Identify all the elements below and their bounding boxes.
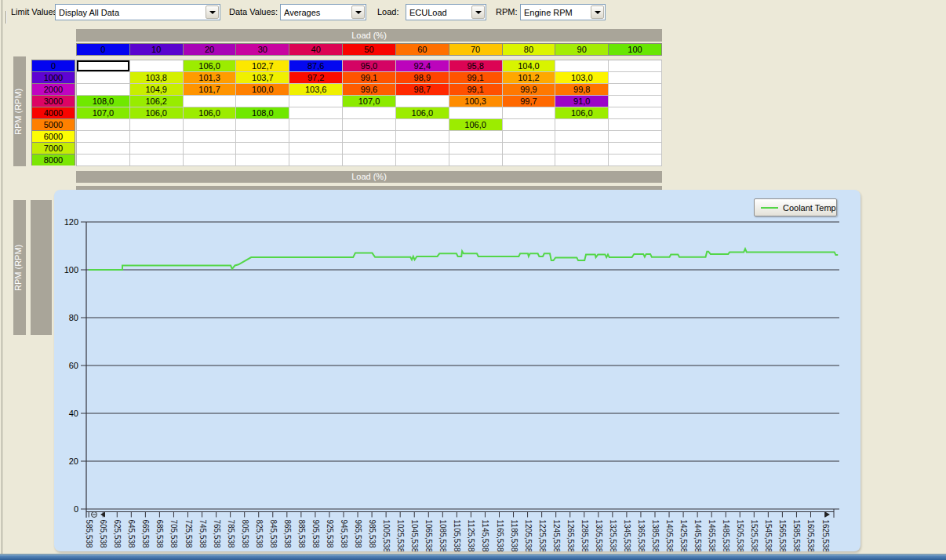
map-cell[interactable]: [503, 119, 556, 131]
map-cell[interactable]: [396, 155, 449, 166]
map-cell[interactable]: [503, 107, 556, 119]
map-cell[interactable]: [130, 131, 184, 143]
column-header-cell[interactable]: 100: [609, 44, 661, 55]
map-cell[interactable]: [130, 155, 184, 166]
map-cell[interactable]: [289, 155, 343, 166]
map-cell[interactable]: [343, 119, 396, 131]
data-values-combo[interactable]: Averages: [280, 4, 366, 20]
row-header-cell[interactable]: 5000: [32, 119, 75, 131]
map-cell[interactable]: [184, 119, 237, 131]
row-header-cell[interactable]: 4000: [32, 107, 75, 119]
column-header-cell[interactable]: 70: [449, 44, 503, 55]
column-header-cell[interactable]: 10: [130, 44, 184, 55]
rpm-combo[interactable]: Engine RPM: [520, 4, 606, 20]
map-cell[interactable]: 91,0: [555, 96, 609, 107]
map-cell[interactable]: [555, 119, 609, 131]
row-header-cell[interactable]: 8000: [32, 155, 75, 165]
map-cell[interactable]: [503, 143, 556, 155]
row-header-cell[interactable]: 0: [32, 60, 75, 72]
map-cell[interactable]: [555, 60, 609, 72]
scroll-right-icon[interactable]: [825, 512, 830, 518]
map-cell[interactable]: [609, 96, 662, 107]
row-header-cell[interactable]: 3000: [32, 96, 75, 107]
map-cell[interactable]: [609, 72, 662, 84]
map-cell[interactable]: [609, 84, 662, 96]
map-cell[interactable]: 103,8: [130, 72, 184, 84]
map-cell[interactable]: 106,0: [396, 107, 449, 119]
limit-values-combo[interactable]: Display All Data: [55, 4, 220, 20]
map-cell[interactable]: [77, 143, 130, 155]
map-cell[interactable]: 99,1: [449, 84, 503, 96]
map-cell[interactable]: 108,0: [77, 96, 130, 107]
map-cell[interactable]: 103,7: [236, 72, 289, 84]
load-combo[interactable]: ECULoad: [406, 4, 486, 20]
row-header-cell[interactable]: 6000: [32, 131, 75, 143]
rpm-combo-button[interactable]: [591, 5, 604, 19]
map-cell[interactable]: 99,8: [555, 84, 609, 96]
map-cell[interactable]: 103,0: [555, 72, 609, 84]
column-header-cell[interactable]: 80: [503, 44, 556, 55]
map-cell[interactable]: 101,3: [184, 72, 237, 84]
column-header-cell[interactable]: 20: [184, 44, 237, 55]
map-cell[interactable]: 99,1: [449, 72, 503, 84]
map-cell[interactable]: [130, 119, 184, 131]
map-cell[interactable]: [77, 72, 130, 84]
map-cell[interactable]: [503, 131, 556, 143]
map-cell[interactable]: [609, 131, 662, 143]
map-cell[interactable]: 99,1: [343, 72, 396, 84]
map-cell[interactable]: [289, 143, 343, 155]
map-cell[interactable]: [396, 131, 449, 143]
column-header-cell[interactable]: 60: [396, 44, 449, 55]
row-header-cell[interactable]: 2000: [32, 84, 75, 96]
map-cell[interactable]: [77, 155, 130, 166]
column-header-cell[interactable]: 40: [289, 44, 343, 55]
row-header-cell[interactable]: 1000: [32, 72, 75, 84]
map-cell[interactable]: [396, 143, 449, 155]
map-cell[interactable]: [130, 60, 184, 72]
map-cell[interactable]: 106,0: [184, 60, 237, 72]
map-cell[interactable]: [289, 107, 343, 119]
map-cell[interactable]: [449, 155, 503, 166]
map-cell[interactable]: [609, 107, 662, 119]
map-cell[interactable]: [184, 155, 237, 166]
map-cell[interactable]: [289, 119, 343, 131]
map-cell[interactable]: [236, 143, 289, 155]
map-cell[interactable]: 100,3: [449, 96, 503, 107]
map-cell[interactable]: 99,9: [503, 84, 556, 96]
map-cell[interactable]: [236, 155, 289, 166]
map-cell[interactable]: 104,9: [130, 84, 184, 96]
map-cell[interactable]: [343, 131, 396, 143]
map-cell[interactable]: 97,2: [289, 72, 343, 84]
column-header-cell[interactable]: 90: [555, 44, 609, 55]
map-cell[interactable]: 99,6: [343, 84, 396, 96]
map-cell[interactable]: 108,0: [236, 107, 289, 119]
map-cell[interactable]: 107,0: [343, 96, 396, 107]
map-cell[interactable]: 102,7: [236, 60, 289, 72]
map-cell[interactable]: [609, 143, 662, 155]
chart-canvas[interactable]: 120100806040200 585,538605,538625,538645…: [54, 190, 860, 551]
map-cell[interactable]: [609, 155, 662, 166]
map-cell[interactable]: 106,0: [449, 119, 503, 131]
data-values-combo-button[interactable]: [351, 5, 365, 19]
map-cell[interactable]: 107,0: [77, 107, 130, 119]
limit-values-combo-button[interactable]: [206, 5, 219, 19]
column-header-cell[interactable]: 0: [77, 44, 130, 55]
map-cell[interactable]: 101,2: [503, 72, 556, 84]
map-cell[interactable]: [236, 131, 289, 143]
map-cell[interactable]: [77, 84, 130, 96]
map-cell[interactable]: [555, 143, 609, 155]
map-cell[interactable]: [609, 60, 662, 72]
map-cell[interactable]: [503, 155, 556, 166]
map-cell[interactable]: 101,7: [184, 84, 237, 96]
map-cell[interactable]: 95,8: [449, 60, 503, 72]
column-header-cell[interactable]: 50: [343, 44, 396, 55]
map-cell[interactable]: [343, 107, 396, 119]
map-cell[interactable]: 103,6: [289, 84, 343, 96]
map-cell[interactable]: [184, 131, 237, 143]
map-cell[interactable]: 100,0: [236, 84, 289, 96]
map-cell[interactable]: [343, 143, 396, 155]
column-header-cell[interactable]: 30: [236, 44, 289, 55]
map-cell[interactable]: [184, 96, 237, 107]
map-cell[interactable]: [343, 155, 396, 166]
map-cell[interactable]: 106,0: [555, 107, 609, 119]
